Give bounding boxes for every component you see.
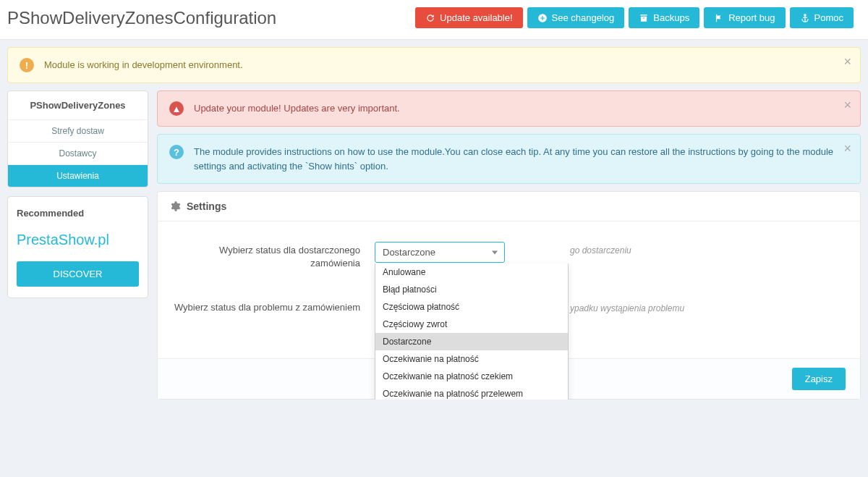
form-row-delivered-status: Wybierz status dla dostarczonego zamówie…: [172, 242, 846, 270]
sidebar-item-zones[interactable]: Strefy dostaw: [8, 120, 148, 143]
help-button[interactable]: Pomoc: [790, 7, 854, 28]
header-buttons: Update available! See changelog Backups …: [415, 7, 854, 28]
archive-icon: [639, 13, 649, 23]
danger-icon: ▲: [169, 101, 184, 116]
plus-circle-icon: [537, 13, 548, 23]
recommended-panel: Recommended PrestaShow.pl DISCOVER: [7, 196, 148, 298]
delivered-status-help: go dostarczeniu: [570, 245, 846, 256]
sidebar: PShowDeliveryZones Strefy dostaw Dostawc…: [7, 90, 148, 298]
sidebar-title: PShowDeliveryZones: [8, 91, 148, 120]
warning-icon: !: [20, 58, 34, 72]
page-title: PShowDeliveryZonesConfiguration: [7, 8, 415, 28]
refresh-icon: [425, 13, 435, 23]
instructions-alert: ? The module provides instructions on ho…: [157, 134, 861, 184]
changelog-button[interactable]: See changelog: [527, 7, 625, 28]
update-available-button[interactable]: Update available!: [415, 7, 522, 28]
settings-title: Settings: [187, 200, 226, 212]
status-dropdown: AnulowaneBłąd płatnościCzęściowa płatnoś…: [375, 263, 569, 400]
delivered-status-select[interactable]: [375, 242, 505, 263]
close-icon[interactable]: ×: [843, 98, 851, 111]
anchor-icon: [800, 13, 810, 23]
save-button[interactable]: Zapisz: [792, 368, 846, 390]
dropdown-option[interactable]: Częściowa płatność: [375, 298, 568, 316]
problem-status-label: Wybierz status dla problemu z zamówienie…: [172, 299, 375, 314]
info-icon: ?: [169, 145, 184, 159]
close-icon[interactable]: ×: [843, 142, 851, 155]
dropdown-option[interactable]: Błąd płatności: [375, 281, 568, 298]
report-bug-button[interactable]: Report bug: [704, 7, 785, 28]
dropdown-option[interactable]: Anulowane: [375, 263, 568, 281]
page-header: PShowDeliveryZonesConfiguration Update a…: [0, 0, 868, 40]
backups-button[interactable]: Backups: [629, 7, 699, 28]
update-alert: ▲ Update your module! Updates are very i…: [157, 90, 861, 127]
sidebar-nav: PShowDeliveryZones Strefy dostaw Dostawc…: [7, 90, 148, 187]
sidebar-item-suppliers[interactable]: Dostawcy: [8, 143, 148, 165]
prestashow-link[interactable]: PrestaShow.pl: [17, 232, 139, 248]
discover-button[interactable]: DISCOVER: [17, 261, 139, 287]
delivered-status-label: Wybierz status dla dostarczonego zamówie…: [172, 242, 375, 270]
problem-status-help: ypadku wystąpienia problemu: [570, 303, 846, 313]
dev-env-alert: ! Module is working in development envir…: [7, 47, 861, 83]
main-content: ▲ Update your module! Updates are very i…: [157, 90, 861, 400]
close-icon[interactable]: ×: [843, 55, 851, 68]
dropdown-option[interactable]: Dostarczone: [375, 333, 568, 350]
dropdown-option[interactable]: Częściowy zwrot: [375, 316, 568, 333]
dropdown-option[interactable]: Oczekiwanie na płatność: [375, 350, 568, 368]
dropdown-option[interactable]: Oczekiwanie na płatność czekiem: [375, 368, 568, 385]
recommended-title: Recommended: [17, 208, 139, 219]
sidebar-item-settings[interactable]: Ustawienia: [8, 165, 148, 187]
dropdown-option[interactable]: Oczekiwanie na płatność przelewem: [375, 385, 568, 400]
settings-panel: Settings Wybierz status dla dostarczoneg…: [157, 191, 861, 400]
flag-icon: [714, 13, 724, 23]
settings-header: Settings: [158, 192, 860, 221]
gears-icon: [169, 200, 181, 212]
